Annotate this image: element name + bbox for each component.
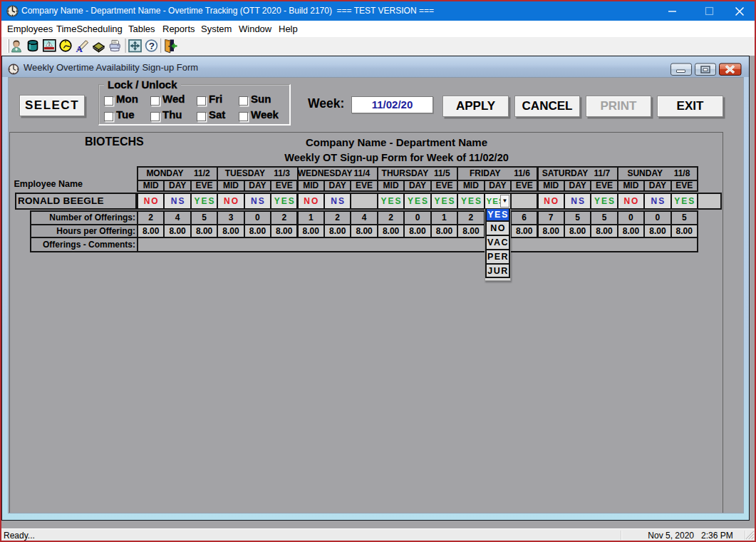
svg-text:?: ? [149,41,155,51]
svg-text:A: A [76,44,83,54]
